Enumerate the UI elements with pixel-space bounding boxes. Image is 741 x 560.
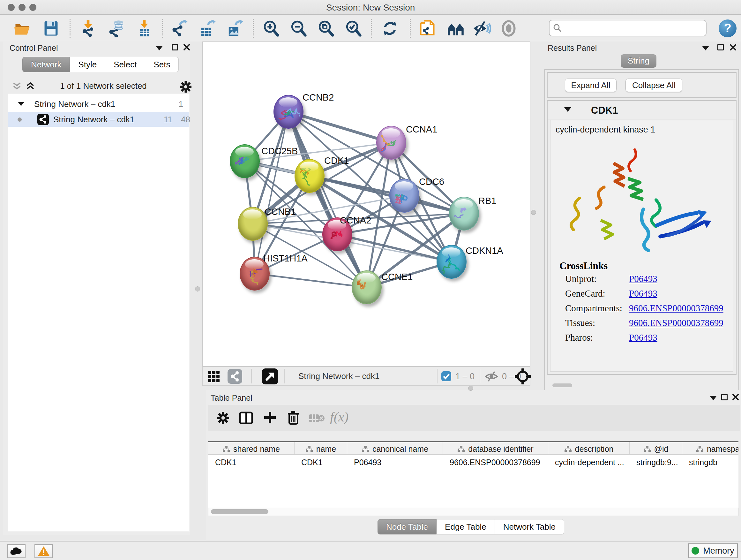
network-node-CDC6[interactable]	[389, 179, 419, 212]
gene-entry-header[interactable]: CDK1	[548, 101, 736, 119]
expand-all-button[interactable]: Expand All	[565, 78, 616, 92]
network-node-CCNB1[interactable]	[238, 207, 268, 241]
network-tree: String Network – cdk1 1 String Network –…	[8, 94, 189, 532]
panel-float-icon[interactable]	[172, 44, 178, 51]
tab-network[interactable]: Network	[22, 57, 70, 72]
import-network-icon[interactable]	[79, 19, 97, 37]
open-folder-icon[interactable]	[13, 19, 31, 37]
edge-CCNB2-CCNA1[interactable]	[288, 112, 391, 143]
network-node-CDK1[interactable]	[294, 159, 325, 193]
export-table-icon[interactable]	[198, 19, 216, 37]
panel-close-icon[interactable]	[732, 394, 739, 401]
detach-view-icon[interactable]	[262, 368, 278, 384]
crosslink-link[interactable]: 9606.ENSP00000378699	[629, 303, 724, 314]
memory-status-dot	[691, 547, 699, 555]
table-cell[interactable]: stringdb:9...	[629, 455, 682, 469]
column-header-@id[interactable]: @id	[629, 442, 682, 455]
export-network-icon[interactable]	[171, 19, 188, 37]
gear-icon[interactable]	[216, 411, 230, 425]
network-node-CDKN1A[interactable]	[436, 245, 467, 279]
table-row[interactable]: CDK1CDK1P064939606.ENSP00000378699cyclin…	[208, 455, 738, 508]
results-scrollbar-thumb[interactable]	[552, 383, 572, 387]
zoom-selected-icon[interactable]	[345, 19, 362, 37]
tab-node-table[interactable]: Node Table	[378, 519, 436, 535]
network-row[interactable]: String Network – cdk1 11 48	[8, 112, 189, 127]
network-node-CCNB2[interactable]	[273, 95, 304, 129]
tab-edge-table[interactable]: Edge Table	[436, 519, 495, 535]
panel-float-icon[interactable]	[721, 394, 728, 400]
edge-HIST1H1A-CCNE1[interactable]	[255, 273, 367, 287]
tab-string[interactable]: String	[621, 54, 657, 68]
search-input[interactable]	[562, 23, 696, 33]
table-horizontal-scrollbar[interactable]	[208, 508, 738, 516]
fit-selected-crosshair-icon[interactable]	[515, 368, 531, 384]
left-splitter-handle[interactable]	[195, 287, 200, 292]
panel-float-icon[interactable]	[718, 44, 724, 51]
cloud-status-button[interactable]	[7, 544, 25, 558]
crosslink-link[interactable]: P06493	[629, 273, 657, 284]
zoom-in-icon[interactable]	[262, 19, 280, 37]
tab-style[interactable]: Style	[70, 57, 105, 72]
column-header-database-identifier[interactable]: database identifier	[443, 442, 548, 455]
entry-collapse-icon[interactable]	[564, 107, 571, 112]
crosslink-link[interactable]: 9606.ENSP00000378699	[629, 318, 724, 328]
grid-view-icon[interactable]	[208, 370, 220, 382]
network-canvas[interactable]: CCNB2CCNA1CDC25BCDK1CDC6RB1CCNB1CCNA2CDK…	[202, 42, 530, 367]
column-header-name[interactable]: name	[294, 442, 347, 455]
column-header-description[interactable]: description	[548, 442, 629, 455]
collapse-all-chevrons-icon[interactable]	[12, 82, 22, 91]
panel-close-icon[interactable]	[730, 44, 737, 51]
delete-table-icon[interactable]	[309, 413, 325, 423]
network-share-view-icon[interactable]	[227, 369, 242, 384]
new-network-from-selection-icon[interactable]	[419, 19, 436, 37]
add-column-icon[interactable]	[263, 411, 277, 425]
import-table-icon[interactable]	[135, 19, 153, 37]
apply-layout-refresh-icon[interactable]	[381, 19, 399, 37]
column-header-namespace[interactable]: namespace	[682, 442, 738, 455]
network-node-CCNA1[interactable]	[376, 126, 406, 160]
zoom-fit-icon[interactable]	[317, 19, 335, 37]
network-node-CCNE1[interactable]	[352, 270, 382, 304]
crosslink-link[interactable]: P06493	[629, 332, 657, 343]
table-scrollbar-thumb[interactable]	[211, 509, 268, 514]
tab-select[interactable]: Select	[105, 57, 145, 72]
network-collection-row[interactable]: String Network – cdk1 1	[8, 97, 189, 111]
expand-all-chevrons-icon[interactable]	[25, 82, 35, 91]
hide-selected-eye-icon[interactable]	[473, 19, 491, 37]
table-cell[interactable]: cyclin-dependent ...	[548, 455, 629, 469]
tab-network-table[interactable]: Network Table	[495, 519, 564, 535]
crosslink-link[interactable]: P06493	[629, 288, 657, 299]
collection-expand-icon[interactable]	[18, 102, 24, 106]
gear-icon[interactable]	[179, 80, 192, 93]
table-cell[interactable]: 9606.ENSP00000378699	[443, 455, 548, 469]
table-cell[interactable]: CDK1	[208, 455, 294, 469]
first-neighbors-houses-icon[interactable]	[447, 19, 465, 37]
panel-close-icon[interactable]	[183, 44, 190, 51]
network-node-CDC25B[interactable]	[230, 144, 260, 178]
zoom-out-icon[interactable]	[290, 19, 308, 37]
table-cell[interactable]: stringdb	[682, 455, 738, 469]
network-node-RB1[interactable]	[449, 197, 479, 231]
warning-status-button[interactable]	[35, 544, 53, 558]
show-all-eye-icon[interactable]	[500, 19, 518, 37]
help-icon[interactable]: ?	[719, 19, 737, 37]
export-image-icon[interactable]	[225, 19, 243, 37]
save-icon[interactable]	[42, 19, 60, 37]
table-cell[interactable]: P06493	[347, 455, 443, 469]
import-database-icon[interactable]	[107, 19, 125, 37]
right-splitter-handle[interactable]	[531, 210, 536, 215]
memory-button[interactable]: Memory	[688, 543, 738, 558]
delete-column-trash-icon[interactable]	[286, 410, 300, 425]
bottom-splitter-handle[interactable]	[468, 386, 473, 391]
tab-sets[interactable]: Sets	[145, 57, 179, 72]
column-header-shared-name[interactable]: shared name	[208, 442, 294, 455]
column-header-canonical-name[interactable]: canonical name	[347, 442, 443, 455]
panel-menu-icon[interactable]	[702, 46, 709, 51]
columns-icon[interactable]	[239, 411, 253, 425]
panel-menu-icon[interactable]	[156, 46, 163, 51]
table-cell[interactable]: CDK1	[294, 455, 347, 469]
selected-checkbox-icon[interactable]	[441, 371, 451, 381]
panel-menu-icon[interactable]	[710, 396, 717, 400]
protein-ribbon-thumbnail	[381, 135, 402, 154]
collapse-all-button[interactable]: Collapse All	[625, 78, 682, 92]
